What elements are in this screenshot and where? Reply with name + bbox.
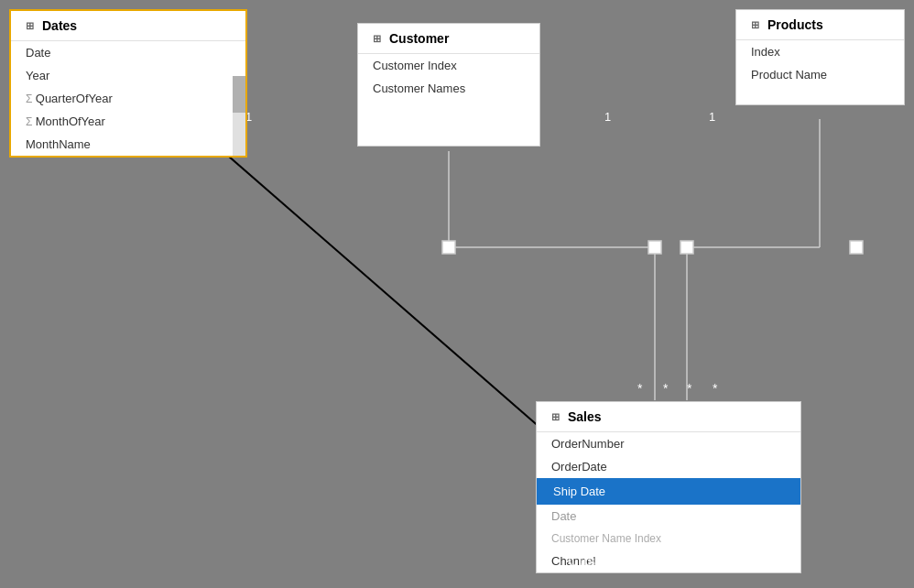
dates-row-monthname[interactable]: MonthName xyxy=(11,133,245,156)
products-row-name[interactable]: Product Name xyxy=(736,63,904,86)
sales-rows: OrderNumber OrderDate Ship Date Date Cus… xyxy=(537,432,800,572)
products-row-index[interactable]: Index xyxy=(736,40,904,63)
asterisk-1: * xyxy=(637,381,642,396)
partial-text-cus: Cus xyxy=(568,553,595,570)
products-table: ⊞ Products Index Product Name xyxy=(735,9,905,105)
dates-row-date[interactable]: Date xyxy=(11,41,245,64)
customer-rows: Customer Index Customer Names xyxy=(358,54,539,146)
dates-row-year[interactable]: Year xyxy=(11,64,245,87)
customer-table: ⊞ Customer Customer Index Customer Names xyxy=(357,23,540,147)
svg-rect-7 xyxy=(442,241,455,254)
products-title: Products xyxy=(767,17,823,32)
dates-table: ⊞ Dates Date Year QuarterOfYear MonthOfY… xyxy=(9,9,247,158)
sales-table: ⊞ Sales OrderNumber OrderDate Ship Date … xyxy=(536,401,801,573)
dates-rows: Date Year QuarterOfYear MonthOfYear Mont… xyxy=(11,41,245,156)
svg-rect-8 xyxy=(648,241,661,254)
dates-scroll-thumb[interactable] xyxy=(233,76,245,113)
dates-table-icon: ⊞ xyxy=(22,18,37,33)
dates-title: Dates xyxy=(42,18,77,33)
products-rows: Index Product Name xyxy=(736,40,904,104)
rel-label-customer-1b: 1 xyxy=(604,110,611,124)
asterisk-2: * xyxy=(663,381,668,396)
customer-title: Customer xyxy=(389,31,449,46)
dates-row-monthofyear[interactable]: MonthOfYear xyxy=(11,110,245,133)
dates-table-header: ⊞ Dates xyxy=(11,11,245,41)
dates-scrollbar[interactable] xyxy=(233,76,245,156)
customer-row-names[interactable]: Customer Names xyxy=(358,77,539,100)
sales-table-icon: ⊞ xyxy=(548,409,562,424)
sales-row-customer-name-index[interactable]: Customer Name Index xyxy=(537,528,800,550)
customer-table-icon: ⊞ xyxy=(369,31,384,46)
sales-row-ordernumber[interactable]: OrderNumber xyxy=(537,432,800,455)
products-table-icon: ⊞ xyxy=(747,17,762,32)
sales-row-orderdate[interactable]: OrderDate xyxy=(537,455,800,478)
sales-table-header: ⊞ Sales xyxy=(537,402,800,432)
dates-row-quarterofyear[interactable]: QuarterOfYear xyxy=(11,87,245,110)
svg-rect-9 xyxy=(680,241,693,254)
customer-table-header: ⊞ Customer xyxy=(358,24,539,54)
rel-label-products-1: 1 xyxy=(709,110,715,124)
customer-row-index[interactable]: Customer Index xyxy=(358,54,539,77)
sales-row-date[interactable]: Date xyxy=(537,505,800,528)
asterisk-3: * xyxy=(687,381,691,396)
sales-row-shipdate[interactable]: Ship Date xyxy=(537,478,800,505)
products-table-header: ⊞ Products xyxy=(736,10,904,40)
svg-rect-10 xyxy=(850,241,863,254)
asterisk-4: * xyxy=(713,381,717,396)
sales-title: Sales xyxy=(568,409,602,424)
